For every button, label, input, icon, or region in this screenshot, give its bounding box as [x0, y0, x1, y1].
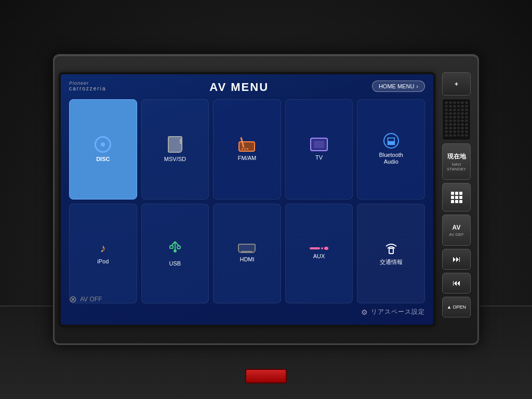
hdmi-icon: [238, 244, 256, 253]
grille-dot: [461, 123, 464, 126]
svg-rect-3: [170, 246, 173, 248]
menu-item-fmam[interactable]: FM/AM: [213, 99, 281, 200]
sd-icon: [168, 136, 182, 153]
menu-item-msvsd[interactable]: MSV/SD: [141, 99, 209, 200]
menu-item-disc[interactable]: DISC: [69, 99, 137, 200]
screen-title: AV MENU: [106, 81, 371, 94]
grille-dot: [465, 105, 468, 108]
grille-dot: [445, 134, 448, 137]
footer-text: リアスペース設定: [371, 308, 425, 316]
msvsd-label: MSV/SD: [164, 156, 186, 163]
settings-icon: ⚙: [361, 308, 368, 316]
grille-dot: [461, 116, 464, 118]
grille-dot: [457, 112, 460, 115]
av-label: AV: [453, 224, 461, 231]
disc-icon: [95, 136, 111, 153]
grille-dot: [449, 127, 452, 129]
svg-rect-6: [389, 248, 393, 254]
grille-dot: [461, 130, 464, 133]
traffic-icon: [383, 241, 400, 256]
home-menu-button[interactable]: HOME MENU ›: [372, 81, 425, 92]
navi-label: 現在地: [447, 152, 466, 161]
grille-dot: [449, 109, 452, 111]
menu-item-ipod[interactable]: ♪ iPod: [69, 204, 137, 304]
svg-point-4: [177, 246, 180, 249]
grille-dot: [461, 127, 464, 129]
skip-forward-button[interactable]: ⏭: [442, 249, 471, 270]
grille-dot: [449, 123, 452, 126]
grille-dot: [465, 134, 468, 137]
unit-frame: Pioneer carrozzeria AV MENU HOME MENU ›: [53, 54, 479, 345]
vol-plus-icon: +: [455, 81, 458, 88]
volume-plus-button[interactable]: +: [442, 72, 471, 96]
menu-grid-button[interactable]: [442, 183, 471, 211]
av-off-button[interactable]: ⊗ AV OFF: [69, 294, 102, 305]
grille-dot: [449, 116, 452, 118]
grille-dot: [445, 112, 448, 115]
ipod-label: iPod: [97, 258, 109, 265]
menu-item-hdmi[interactable]: HDMI: [213, 204, 281, 304]
menu-item-tv[interactable]: TV: [285, 99, 353, 200]
grille-dot: [457, 101, 460, 104]
screen: Pioneer carrozzeria AV MENU HOME MENU ›: [61, 74, 433, 325]
bluetooth-label: Bluetooth Audio: [379, 152, 403, 165]
grille-dot: [465, 109, 468, 111]
radio-icon: [237, 137, 256, 152]
grille-dot: [453, 109, 456, 111]
grille-dot: [449, 134, 452, 137]
grille-dot: [449, 119, 452, 122]
grille-dot: [461, 134, 464, 137]
tv-icon: [310, 138, 328, 151]
av-button[interactable]: AV AV DEF: [442, 215, 471, 246]
grille-dot: [461, 119, 464, 122]
screen-footer: ⚙ リアスペース設定: [69, 308, 425, 316]
menu-item-usb[interactable]: USB: [141, 204, 209, 304]
grid-icon: [451, 192, 462, 203]
menu-item-bluetooth[interactable]: ⬓ Bluetooth Audio: [357, 99, 425, 200]
grille-dot: [453, 105, 456, 108]
hdmi-label: HDMI: [240, 256, 254, 263]
grille-dot: [453, 130, 456, 133]
grille-dot: [453, 127, 456, 129]
grille-dot: [445, 130, 448, 133]
menu-item-traffic[interactable]: 交通情報: [357, 204, 425, 304]
disc-label: DISC: [96, 156, 110, 163]
grille-dot: [457, 127, 460, 129]
skip-back-button[interactable]: ⏮: [442, 273, 471, 294]
grille-dot: [457, 105, 460, 108]
grille-dot: [445, 119, 448, 122]
grille-dot: [457, 119, 460, 122]
grille-dot: [461, 109, 464, 111]
grille-dot: [445, 101, 448, 104]
av-sub-label: AV DEF: [449, 232, 463, 237]
grille-dot: [453, 123, 456, 126]
eject-icon: ▲ OPEN: [447, 304, 466, 310]
grille-dot: [461, 105, 464, 108]
grille-dot: [449, 101, 452, 104]
grille-dot: [445, 109, 448, 111]
grille-dot: [449, 130, 452, 133]
bluetooth-icon: ⬓: [383, 133, 399, 149]
skip-back-icon: ⏮: [453, 278, 461, 288]
grille-dot: [457, 123, 460, 126]
grille-dot: [445, 105, 448, 108]
usb-label: USB: [169, 260, 181, 267]
grille-dot: [457, 116, 460, 118]
grille-dot: [461, 112, 464, 115]
carrozzeria-label: carrozzeria: [69, 86, 106, 91]
grille-dot: [465, 123, 468, 126]
grille-dot: [445, 116, 448, 118]
grille-dot: [453, 134, 456, 137]
menu-item-aux[interactable]: AUX: [285, 204, 353, 304]
grille-dot: [453, 112, 456, 115]
grille-dot: [449, 105, 452, 108]
grille-dot: [465, 119, 468, 122]
pioneer-label: Pioneer: [69, 81, 106, 86]
svg-line-1: [171, 242, 175, 246]
aux-icon: [310, 247, 328, 250]
eject-open-button[interactable]: ▲ OPEN: [442, 297, 471, 317]
aux-label: AUX: [313, 253, 325, 260]
navi-standby-button[interactable]: 現在地 NAVI STANDBY: [442, 143, 471, 180]
car-frame: Pioneer carrozzeria AV MENU HOME MENU ›: [0, 0, 532, 399]
grille-dot: [453, 101, 456, 104]
